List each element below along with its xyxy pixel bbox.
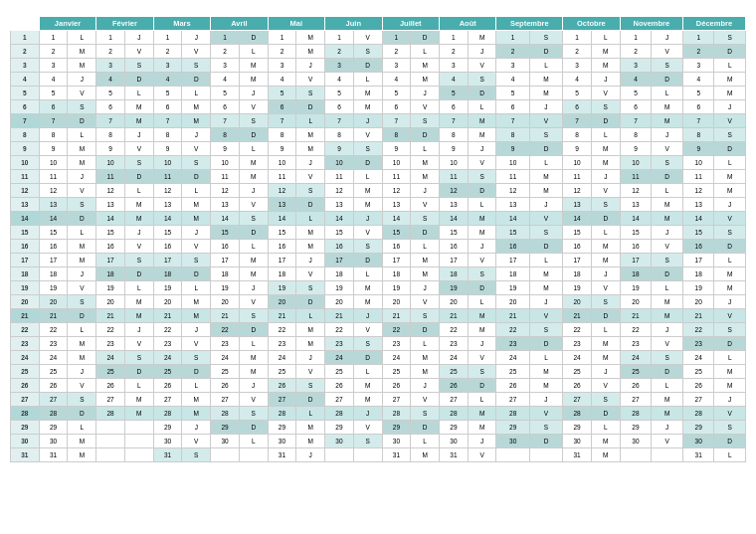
day-number: 8	[683, 128, 714, 142]
day-number: 19	[268, 281, 296, 295]
day-letter: L	[124, 184, 153, 198]
day-number: 8	[39, 128, 68, 142]
day-letter: S	[411, 212, 440, 226]
day-number: 19	[153, 281, 182, 295]
day-number: 13	[563, 198, 592, 212]
day-letter: M	[239, 351, 268, 365]
day-number: 4	[96, 73, 125, 87]
day-number: 23	[496, 337, 529, 351]
day-number: 6	[153, 100, 182, 114]
day-number: 28	[440, 407, 469, 421]
day-number: 22	[96, 323, 125, 337]
day-letter: L	[239, 337, 268, 351]
day-number: 14	[440, 212, 469, 226]
day-letter: J	[529, 198, 562, 212]
day-number: 23	[440, 337, 469, 351]
day-number: 11	[268, 170, 296, 184]
week-col-header	[11, 17, 40, 31]
day-number: 19	[211, 281, 240, 295]
day-number: 12	[620, 184, 652, 198]
day-letter: S	[68, 295, 96, 309]
day-letter: V	[68, 184, 96, 198]
day-letter: S	[652, 351, 683, 365]
day-number: 6	[382, 100, 411, 114]
day-letter: J	[652, 421, 683, 435]
day-number: 4	[440, 73, 469, 87]
day-letter: J	[68, 365, 96, 379]
day-number: 14	[39, 212, 68, 226]
day-letter: S	[296, 379, 325, 393]
row-number: 28	[11, 407, 40, 421]
day-number: 29	[39, 421, 68, 435]
day-letter: M	[296, 226, 325, 240]
day-number: 29	[268, 421, 296, 435]
day-number: 7	[153, 114, 182, 128]
row-number: 21	[11, 309, 40, 323]
day-number: 7	[440, 114, 469, 128]
day-number: 20	[211, 295, 240, 309]
day-number: 16	[153, 240, 182, 254]
day-number: 11	[683, 170, 714, 184]
day-number: 13	[211, 198, 240, 212]
day-letter: M	[591, 59, 620, 73]
day-number: 25	[39, 365, 68, 379]
row-number: 7	[11, 114, 40, 128]
day-letter: S	[468, 267, 496, 281]
day-number: 6	[620, 100, 652, 114]
day-number: 30	[382, 435, 411, 448]
day-number: 27	[683, 393, 714, 407]
row-number: 1	[11, 31, 40, 45]
day-number: 15	[382, 226, 411, 240]
day-number: 20	[325, 295, 354, 309]
day-number: 31	[683, 448, 714, 462]
day-letter: L	[591, 226, 620, 240]
day-number: 14	[683, 212, 714, 226]
day-number: 24	[39, 351, 68, 365]
day-number: 2	[382, 45, 411, 59]
day-letter: M	[529, 184, 562, 198]
day-number: 19	[440, 281, 469, 295]
day-letter: M	[239, 170, 268, 184]
day-letter: D	[591, 407, 620, 421]
day-letter: M	[591, 448, 620, 462]
month-jan: Janvier	[39, 17, 95, 31]
day-letter: M	[529, 87, 562, 100]
day-number: 22	[563, 323, 592, 337]
day-number: 6	[211, 100, 240, 114]
day-number: 22	[620, 323, 652, 337]
row-number: 10	[11, 156, 40, 170]
day-letter: V	[182, 337, 211, 351]
day-letter: V	[714, 212, 746, 226]
day-letter: V	[652, 435, 683, 448]
day-letter: D	[353, 156, 382, 170]
day-number: 28	[39, 407, 68, 421]
day-letter: M	[182, 309, 211, 323]
day-number: 22	[382, 323, 411, 337]
day-letter: D	[296, 198, 325, 212]
day-number: 28	[325, 407, 354, 421]
day-number: 1	[211, 31, 240, 45]
day-number: 28	[96, 407, 125, 421]
day-letter: D	[529, 337, 562, 351]
row-number: 30	[11, 435, 40, 448]
day-number: 8	[382, 128, 411, 142]
day-number: 10	[153, 156, 182, 170]
day-number: 27	[496, 393, 529, 407]
day-number: 19	[325, 281, 354, 295]
row-number: 29	[11, 421, 40, 435]
day-letter: J	[296, 448, 325, 462]
day-letter: D	[591, 212, 620, 226]
day-number: 11	[382, 170, 411, 184]
day-letter: V	[239, 198, 268, 212]
day-number: 18	[683, 267, 714, 281]
row-number: 2	[11, 45, 40, 59]
day-number: 17	[39, 254, 68, 267]
day-letter: D	[182, 365, 211, 379]
day-number: 24	[325, 351, 354, 365]
day-number: 11	[153, 170, 182, 184]
day-number: 23	[96, 337, 125, 351]
day-number: 29	[563, 421, 592, 435]
day-letter: S	[124, 156, 153, 170]
day-number: 4	[325, 73, 354, 87]
day-number: 15	[39, 226, 68, 240]
